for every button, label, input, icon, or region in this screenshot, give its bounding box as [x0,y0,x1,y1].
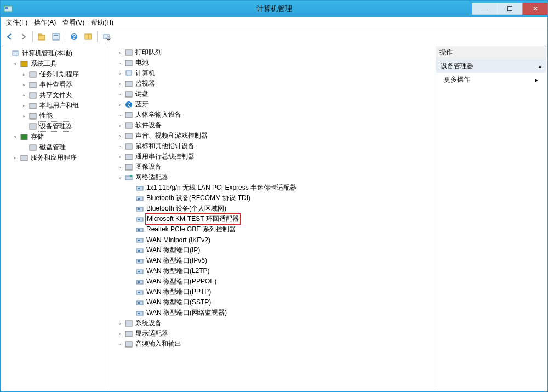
scan-button[interactable] [100,30,113,43]
expand-icon[interactable]: ▹ [117,143,123,149]
device-tree-item[interactable]: ▹键盘 [110,89,435,99]
menu-help[interactable]: 帮助(H) [88,17,117,29]
view-button[interactable] [82,30,95,43]
svg-rect-21 [21,134,27,140]
expand-icon[interactable]: ▹ [117,101,123,107]
expand-icon[interactable]: ▹ [117,341,123,347]
expand-icon[interactable]: ▿ [117,174,123,180]
device-tree-item[interactable]: WAN 微型端口(SSTP) [110,297,435,308]
device-tree-item[interactable]: ▹系统设备 [110,318,435,328]
more-actions-item[interactable]: 更多操作 ▸ [436,73,546,87]
device-tree-item[interactable]: ▹音频输入和输出 [110,339,435,349]
expand-icon[interactable]: ▹ [21,71,27,77]
device-tree-item[interactable]: ▹通用串行总线控制器 [110,151,435,162]
device-tree-item[interactable]: ▹计算机 [110,68,435,78]
device-tree-item[interactable]: ▹显示适配器 [110,328,435,339]
left-tree-item[interactable]: ▹事件查看器 [3,79,107,90]
device-tree-item[interactable]: Realtek PCIe GBE 系列控制器 [110,224,435,235]
device-tree-item[interactable]: WAN 微型端口(L2TP) [110,266,435,276]
content-area: 计算机管理(本地)▿系统工具▹任务计划程序▹事件查看器▹共享文件夹▹本地用户和组… [2,46,546,390]
left-tree-item[interactable]: 计算机管理(本地) [3,48,107,59]
tree-item-label: WAN Miniport (IKEv2) [145,236,212,245]
left-tree-item[interactable]: ▹本地用户和组 [3,100,107,111]
device-tree-item[interactable]: ▹软件设备 [110,120,435,130]
collapse-icon: ▴ [539,63,541,69]
device-tree-item[interactable]: ▹鼠标和其他指针设备 [110,141,435,151]
device-tree-item[interactable]: ▹打印队列 [110,47,435,58]
expand-icon[interactable]: ▹ [117,60,123,66]
expand-icon[interactable]: ▹ [117,320,123,326]
tree-item-label: Bluetooth 设备(个人区域网) [145,203,227,214]
expand-icon[interactable]: ▹ [117,122,123,128]
system-icon [124,319,133,328]
device-tree-item[interactable]: ▹电池 [110,58,435,68]
device-tree-item[interactable]: ▹监视器 [110,78,435,89]
expand-icon[interactable]: ▹ [117,164,123,170]
expand-icon[interactable]: ▹ [117,81,123,87]
help-button[interactable]: ? [67,30,81,43]
left-tree-item[interactable]: ▹服务和应用程序 [3,152,107,163]
up-button[interactable] [35,30,48,43]
nic-icon [135,267,144,276]
menu-action[interactable]: 操作(A) [31,17,59,29]
expand-icon[interactable]: ▿ [12,61,19,67]
expand-icon[interactable]: ▹ [117,154,123,160]
expand-icon[interactable]: ▹ [21,113,27,119]
device-tree-item[interactable]: WAN Miniport (IKEv2) [110,235,435,245]
expand-icon[interactable]: ▹ [117,91,123,97]
expand-icon[interactable]: ▹ [21,82,27,88]
left-tree-item[interactable]: 设备管理器 [3,121,107,132]
properties-button[interactable] [49,30,62,43]
tree-item-label: Microsoft KM-TEST 环回适配器 [145,213,241,225]
device-tree-item[interactable]: ▹蓝牙 [110,99,435,110]
left-tree-item[interactable]: ▹性能 [3,111,107,121]
expand-icon[interactable]: ▹ [117,70,123,76]
left-tree-item[interactable]: ▹任务计划程序 [3,69,107,79]
device-tree-item[interactable]: ▹图像设备 [110,162,435,172]
expand-icon[interactable]: ▹ [117,49,123,55]
svg-rect-23 [21,155,27,161]
left-tree-item[interactable]: ▿系统工具 [3,59,107,69]
expand-icon[interactable]: ▹ [21,92,27,98]
tree-item-label: 声音、视频和游戏控制器 [134,130,209,141]
device-tree-item[interactable]: WAN 微型端口(IPv6) [110,255,435,266]
tree-item-label: 显示适配器 [134,328,169,339]
expand-icon[interactable]: ▹ [12,155,19,161]
menu-view[interactable]: 查看(V) [59,17,88,29]
expand-icon[interactable]: ▿ [12,134,19,140]
clock-icon [28,70,37,79]
nic-icon [135,277,144,286]
maximize-button[interactable]: ☐ [497,3,522,15]
close-button[interactable]: ✕ [522,3,547,15]
tree-item-label: WAN 微型端口(IP) [145,245,201,255]
device-tree-item[interactable]: ▹声音、视频和游戏控制器 [110,130,435,141]
device-tree-item[interactable]: WAN 微型端口(IP) [110,245,435,255]
device-tree-item[interactable]: WAN 微型端口(PPPOE) [110,276,435,287]
device-tree-item[interactable]: ▹人体学输入设备 [110,110,435,120]
device-tree-item[interactable]: WAN 微型端口(PPTP) [110,287,435,297]
left-tree-item[interactable]: 磁盘管理 [3,142,107,152]
forward-button[interactable] [17,30,30,43]
left-tree-item[interactable]: ▿存储 [3,132,107,142]
actions-section[interactable]: 设备管理器 ▴ [436,59,546,73]
menu-file[interactable]: 文件(F) [3,17,31,29]
expand-icon[interactable]: ▹ [117,112,123,118]
device-tree-item[interactable]: ▿网络适配器 [110,172,435,183]
device-tree-item[interactable]: Bluetooth 设备(RFCOMM 协议 TDI) [110,193,435,203]
expand-icon[interactable]: ▹ [117,331,123,337]
device-tree-item[interactable]: Microsoft KM-TEST 环回适配器 [110,214,435,224]
device-tree-item[interactable]: Bluetooth 设备(个人区域网) [110,203,435,214]
device-tree-item[interactable]: 1x1 11b/g/n 无线 LAN PCI Express 半迷你卡适配器 [110,183,435,193]
back-button[interactable] [3,30,16,43]
left-tree-item[interactable]: ▹共享文件夹 [3,90,107,100]
svg-rect-28 [125,81,132,87]
minimize-button[interactable]: — [472,3,497,15]
device-tree-item[interactable]: WAN 微型端口(网络监视器) [110,308,435,318]
svg-rect-58 [138,281,140,283]
expand-icon[interactable]: ▹ [117,133,123,139]
bluetooth-icon [124,100,133,109]
network-icon [124,173,133,182]
left-tree-pane[interactable]: 计算机管理(本地)▿系统工具▹任务计划程序▹事件查看器▹共享文件夹▹本地用户和组… [2,46,109,390]
svg-rect-32 [125,123,132,128]
expand-icon[interactable]: ▹ [21,103,27,109]
